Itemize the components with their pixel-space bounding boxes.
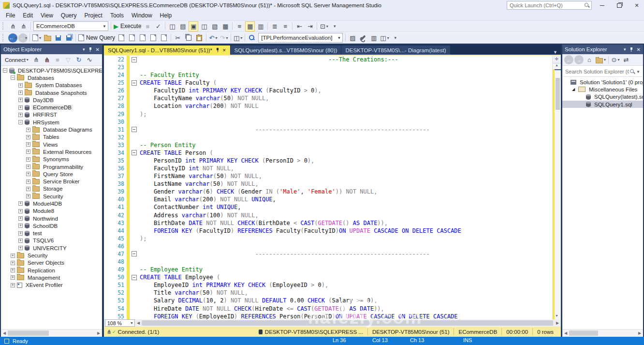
code-line-34[interactable]: 34−CREATE TABLE Person ( [104, 149, 552, 157]
increase-indent-icon[interactable]: ⇥ [305, 21, 315, 31]
object-explorer-item-hrsystem[interactable]: −HRSystem [1, 119, 102, 126]
toolbar-overflow-icon[interactable]: ▾ [391, 33, 400, 43]
collapse-region-icon[interactable]: − [132, 57, 137, 62]
comment-out-lines-icon[interactable]: ≣ [270, 21, 279, 31]
scroll-thumb[interactable] [142, 320, 553, 326]
expand-icon[interactable]: + [18, 90, 23, 95]
uncomment-lines-icon[interactable]: ≡ [280, 21, 290, 31]
object-explorer-item-moduel4db[interactable]: +Moduel4DB [1, 200, 102, 207]
properties-wrench-icon[interactable] [358, 33, 368, 43]
query-options-icon[interactable]: ▤ [178, 21, 188, 31]
expand-icon[interactable]: + [26, 194, 30, 198]
scroll-left-icon[interactable]: ◀ [135, 321, 142, 325]
collapse-region-icon[interactable]: − [132, 150, 137, 155]
object-explorer-item-security[interactable]: +Security [1, 252, 102, 259]
zoom-combo[interactable]: 108 % ▼ [105, 319, 135, 327]
dmx-query-icon[interactable] [138, 33, 147, 43]
expand-icon[interactable]: + [26, 187, 30, 191]
solution-explorer-item-solution-solution1-0-projects[interactable]: +Solution 'Solution1' (0 projects) [562, 78, 643, 86]
cut-icon[interactable]: ✂ [173, 33, 183, 43]
menu-view[interactable]: View [37, 11, 57, 20]
object-explorer-item-day3db[interactable]: +Day3DB [1, 96, 102, 104]
pin-icon[interactable] [629, 47, 633, 52]
code-line-35[interactable]: 35 PersonID int PRIMARY KEY CHECK (Perso… [104, 157, 552, 165]
object-explorer-item-hrfirst[interactable]: +HRFIRST [1, 111, 102, 119]
expand-icon[interactable]: + [18, 113, 23, 117]
restore-button[interactable] [612, 0, 627, 11]
tab-list-dropdown-icon[interactable]: ▼ [550, 50, 561, 55]
document-tab[interactable]: DESKTOP-VT85M0S\...- Diagram(latest) [341, 45, 450, 55]
object-explorer-item-service-broker[interactable]: +Service Broker [1, 178, 102, 185]
quick-launch-input[interactable] [509, 2, 585, 9]
xevent-query-icon[interactable] [159, 33, 169, 43]
object-explorer-item-programmability[interactable]: +Programmability [1, 163, 102, 170]
solution-explorer-item-sqlquery-latest-sql[interactable]: +SQLQuery(latest).sql [562, 93, 643, 101]
collapse-region-icon[interactable]: − [132, 251, 137, 256]
expand-icon[interactable]: + [18, 246, 23, 250]
object-explorer-item-storage[interactable]: +Storage [1, 185, 102, 193]
results-to-text-icon[interactable]: ≡ [234, 21, 244, 31]
find-icon[interactable] [247, 33, 257, 43]
xmla-query-icon[interactable] [148, 33, 158, 43]
object-explorer-item-databases[interactable]: −Databases [1, 74, 102, 81]
include-actual-execution-plan-icon[interactable]: ◫ [199, 21, 209, 31]
object-explorer-item-univercity[interactable]: +UNIVERCITY [1, 244, 102, 252]
save-icon[interactable] [53, 33, 63, 43]
object-explorer-item-xevent-profiler[interactable]: +XEvent Profiler [1, 282, 102, 289]
code-line-32[interactable]: 32 [104, 134, 552, 141]
parse-icon[interactable]: ✓ [153, 21, 163, 31]
code-line-51[interactable]: 51 EmployeeID int PRIMARY KEY CHECK (Emp… [104, 281, 552, 289]
object-explorer-item-northwind[interactable]: +Northwind [1, 215, 102, 222]
object-explorer-item-external-resources[interactable]: +External Resources [1, 148, 102, 155]
selection-mode-icon[interactable]: ◫▾ [233, 33, 243, 43]
object-explorer-item-server-objects[interactable]: +Server Objects [1, 259, 102, 267]
include-client-statistics-icon[interactable]: ▦ [220, 21, 230, 31]
object-explorer-item-tsqlv6[interactable]: +TSQLV6 [1, 237, 102, 244]
object-explorer-item-management[interactable]: +Management [1, 274, 102, 281]
include-live-query-statistics-icon[interactable]: ▧ [210, 21, 220, 31]
code-line-40[interactable]: 40 Email varchar(200) NOT NULL UNIQUE, [104, 195, 552, 203]
scroll-thumb[interactable] [556, 78, 560, 110]
code-line-36[interactable]: 36 FacultyID int NOT NULL, [104, 165, 552, 172]
object-explorer-item-module8[interactable]: +Module8 [1, 208, 102, 215]
expand-icon[interactable]: + [26, 128, 30, 132]
switch-views-icon[interactable]: ▾ [595, 55, 606, 65]
home-icon[interactable]: ⌂ [585, 55, 594, 65]
code-line-22[interactable]: 22− ---The Creations:--- [104, 56, 552, 63]
code-line-46[interactable]: 46 [104, 242, 552, 250]
collapse-icon[interactable]: ◢ [572, 87, 577, 91]
code-line-50[interactable]: 50−CREATE TABLE Employee ( [104, 273, 552, 281]
display-estimated-execution-plan-icon[interactable]: ◫ [167, 21, 177, 31]
navigate-forward-icon[interactable]: →▾ [18, 33, 28, 43]
connection-database[interactable]: ECommerceDB [454, 328, 501, 335]
close-icon[interactable]: ✕ [96, 47, 100, 52]
object-explorer-item-security[interactable]: +Security [1, 193, 102, 200]
code-line-44[interactable]: 44 FOREIGN KEY (FacultyID) REFERENCES Fa… [104, 227, 552, 235]
pin-icon[interactable] [216, 47, 220, 53]
expand-icon[interactable]: + [26, 165, 30, 169]
code-line-25[interactable]: 25−CREATE TABLE Faculty ( [104, 79, 552, 87]
new-file-icon[interactable]: ▾ [32, 33, 42, 43]
new-query-icon[interactable]: New Query [78, 33, 116, 43]
navigate-back-icon[interactable]: ← [564, 55, 573, 64]
sql-editor[interactable]: 22− ---The Creations:---2324-- Faculty E… [104, 56, 561, 319]
expand-icon[interactable]: + [26, 135, 30, 139]
menu-query[interactable]: Query [57, 11, 81, 20]
close-button[interactable]: ✕ [629, 0, 644, 11]
object-explorer-item-database-snapshots[interactable]: +Database Snapshots [1, 89, 102, 96]
collapse-region-icon[interactable]: − [132, 275, 137, 280]
chevron-down-icon[interactable]: ▼ [635, 70, 641, 74]
save-all-icon[interactable] [64, 33, 73, 43]
expand-icon[interactable]: + [18, 201, 23, 206]
scroll-thumb[interactable] [569, 330, 598, 336]
solution-search-input[interactable] [564, 68, 630, 75]
object-explorer-item-system-databases[interactable]: +System Databases [1, 82, 102, 89]
code-line-37[interactable]: 37 FirstName varchar(50) NOT NULL, [104, 172, 552, 180]
mdx-query-icon[interactable] [127, 33, 137, 43]
object-explorer-item-tables[interactable]: +Tables [1, 134, 102, 141]
open-file-icon[interactable] [43, 33, 52, 43]
expand-icon[interactable]: + [11, 254, 15, 258]
expand-icon[interactable]: + [26, 180, 30, 184]
code-line-45[interactable]: 45); [104, 235, 552, 242]
code-line-41[interactable]: 41 ContactNumber int UNIQUE, [104, 203, 552, 211]
